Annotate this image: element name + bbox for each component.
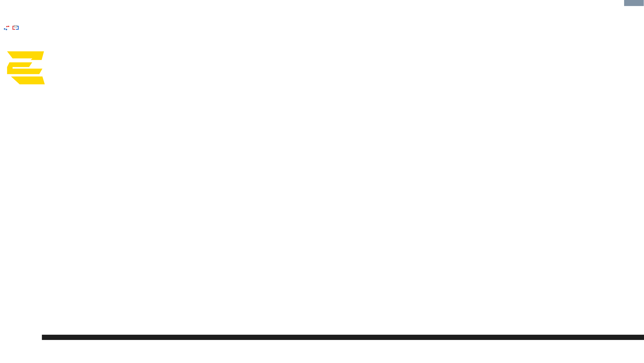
trading-terminal	[0, 0, 644, 363]
current-price-badge	[624, 0, 644, 6]
baxia-logo-icon	[6, 48, 46, 88]
bottom-scrollbar[interactable]	[42, 335, 644, 340]
price-chart-canvas[interactable]	[0, 0, 644, 363]
window-icon	[12, 25, 19, 30]
chart-profile-icon	[4, 25, 10, 30]
chart-title-bar	[4, 25, 22, 30]
baxia-logo	[6, 48, 51, 88]
